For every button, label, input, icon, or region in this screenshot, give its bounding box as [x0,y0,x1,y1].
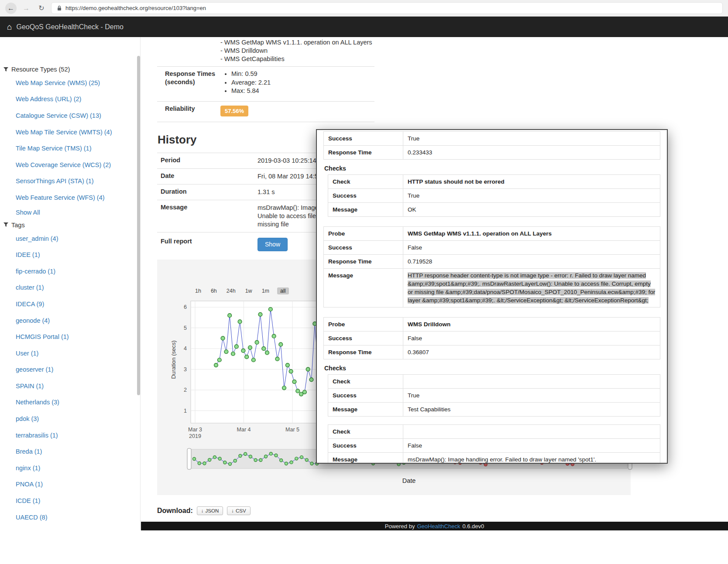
report-section: Success True Response Time 0.233433 Chec… [323,131,660,217]
show-report-button[interactable]: Show [258,238,288,251]
sidebar-item-wms[interactable]: Web Map Service (WMS) (25) [0,75,140,91]
sidebar-item-show-all[interactable]: Show All [0,206,140,219]
checks-heading: Checks [324,165,660,172]
chart-x-axis-label: Date [191,477,627,484]
resource-types-header: Resource Types (52) [0,64,140,75]
report-label: Check [328,175,403,189]
tag-netherlands[interactable]: Netherlands (3) [0,394,140,411]
app-navbar: ⌂ GeoQoS GeoHealthCheck - Demo [0,17,728,37]
report-label: Probe [324,318,403,332]
summary-table: Response Times (seconds) Min: 0.59 Avera… [157,66,374,122]
tag-idee[interactable]: IDEE (1) [0,246,140,263]
tag-user-admin[interactable]: user_admin (4) [0,230,140,247]
report-label: Check [328,425,403,439]
report-value: False [403,332,660,345]
url-bar[interactable]: https://demo.geohealthcheck.org/resource… [51,2,723,14]
probe-name: WMS GetMap WMS v1.1.1. operation on ALL … [403,227,660,241]
sidebar-item-tms[interactable]: Tile Map Service (TMS) (1) [0,140,140,157]
report-label: Check [328,375,403,389]
tag-uaecd[interactable]: UAECD (8) [0,509,140,526]
version-text: 0.6.dev0 [462,523,484,530]
range-1w[interactable]: 1w [244,287,254,294]
report-label: Probe [324,227,403,241]
reliability-row: Reliability 57.56% [157,101,374,122]
forward-button[interactable]: → [21,3,32,14]
report-value: False [403,241,660,255]
sidebar-scrollbar[interactable] [137,56,140,395]
tag-hcmgis[interactable]: HCMGIS Portal (1) [0,328,140,345]
range-6h[interactable]: 6h [209,287,219,294]
report-label: Message [328,403,403,417]
response-times-list: Min: 0.59 Average: 2.21 Max: 5.84 [220,70,374,96]
probe-list-item: - WMS GetCapabilities [220,55,372,63]
sidebar-item-url[interactable]: Web Address (URL) (2) [0,91,140,108]
report-label: Response Time [324,255,403,269]
report-value: True [403,189,660,203]
report-value: False [403,439,660,453]
svg-text:Mar 5: Mar 5 [285,427,299,433]
tag-geonode[interactable]: geonode (4) [0,312,140,329]
report-label: Response Time [324,345,403,359]
range-1m[interactable]: 1m [260,287,271,294]
tag-cluster[interactable]: cluster (1) [0,280,140,296]
range-1h[interactable]: 1h [193,287,203,294]
browser-chrome: ← → ↻ https://demo.geohealthcheck.org/re… [0,0,728,17]
svg-text:3: 3 [184,366,187,373]
download-json-label: JSON [206,508,219,513]
tag-breda[interactable]: Breda (1) [0,443,140,460]
history-title: History [158,133,197,147]
probe-list-item: - WMS Drilldown [220,47,372,55]
powered-by-text: Powered by [385,523,415,530]
tag-pnoa[interactable]: PNOA (1) [0,476,140,493]
tag-nginx[interactable]: nginx (1) [0,460,140,476]
report-label: Message [328,453,403,464]
report-label: Success [328,189,403,203]
tag-ideca[interactable]: IDECA (9) [0,296,140,312]
download-json-button[interactable]: ↓ JSON [197,506,223,515]
svg-text:1: 1 [184,408,187,414]
svg-text:5: 5 [184,325,187,331]
svg-text:4: 4 [184,345,187,352]
filter-icon [3,67,8,72]
svg-text:Mar 3: Mar 3 [188,427,202,433]
lock-icon [57,5,62,11]
sidebar-item-wmts[interactable]: Web Map Tile Service (WMTS) (4) [0,124,140,140]
reload-button[interactable]: ↻ [36,3,47,14]
report-value: HTTP response header content-type is not… [403,269,660,308]
tag-icde[interactable]: ICDE (1) [0,492,140,509]
report-label: Success [324,132,403,146]
range-all[interactable]: all [277,287,289,294]
duration-label: Duration [161,188,258,196]
probe-name: WMS Drilldown [403,318,660,332]
geohealthcheck-link[interactable]: GeoHealthCheck [417,523,460,530]
range-24h[interactable]: 24h [225,287,237,294]
report-label: Success [324,241,403,255]
tag-spain[interactable]: SPAIN (1) [0,378,140,394]
tag-geoserver[interactable]: geoserver (1) [0,362,140,378]
sidebar-item-csw[interactable]: Catalogue Service (CSW) (13) [0,107,140,124]
svg-text:6: 6 [184,304,187,310]
back-button[interactable]: ← [5,3,17,14]
check-name [403,425,660,439]
filter-icon [3,222,8,227]
response-time-average: Average: 2.21 [231,79,374,87]
download-csv-button[interactable]: ↓ CSV [227,506,250,515]
app-brand[interactable]: GeoQoS GeoHealthCheck - Demo [16,23,123,31]
home-icon[interactable]: ⌂ [7,22,12,32]
report-label: Success [328,389,403,403]
probe-list-item: - WMS GetMap WMS v1.1.1. operation on AL… [220,38,372,47]
tag-terrabrasilis[interactable]: terrabrasilis (1) [0,427,140,444]
report-value: msDrawMap(): Image handling error. Faile… [403,453,660,464]
svg-text:Mar 4: Mar 4 [237,427,251,433]
footer: Powered by GeoHealthCheck 0.6.dev0 [141,522,728,530]
tag-fip-cerrado[interactable]: fip-cerrado (1) [0,263,140,280]
response-times-label: Response Times (seconds) [157,70,220,98]
full-report-label: Full report [161,238,258,251]
tag-pdok[interactable]: pdok (3) [0,410,140,427]
sidebar-item-wcs[interactable]: Web Coverage Service (WCS) (2) [0,157,140,173]
tag-user[interactable]: User (1) [0,345,140,362]
error-message-highlighted: HTTP response header content-type is not… [408,272,655,304]
sidebar-item-sta[interactable]: SensorThings API (STA) (1) [0,173,140,190]
reliability-badge: 57.56% [220,106,248,116]
sidebar-item-wfs[interactable]: Web Feature Service (WFS) (4) [0,189,140,206]
